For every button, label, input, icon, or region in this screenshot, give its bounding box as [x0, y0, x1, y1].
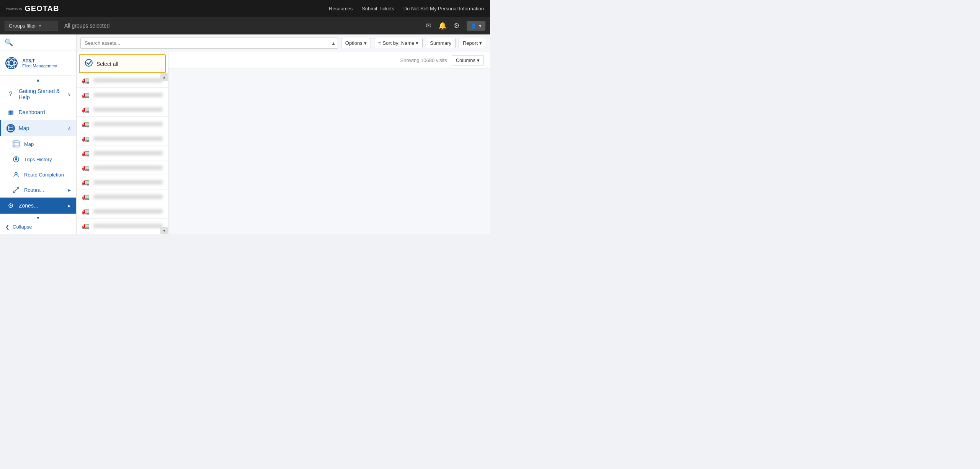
bell-icon[interactable]: 🔔 [438, 21, 447, 30]
report-chevron-icon: ▾ [479, 40, 482, 46]
list-item[interactable]: 🚛 [77, 102, 168, 117]
list-item[interactable]: 🚛 [77, 219, 168, 233]
asset-name-6 [93, 151, 163, 155]
sidebar-item-routes[interactable]: Routes... ▶ [0, 182, 76, 198]
options-button[interactable]: Options ▾ [341, 38, 371, 48]
sidebar-item-trips-history[interactable]: Trips History [0, 152, 76, 167]
sidebar-scroll-up-button[interactable]: ▲ [0, 76, 76, 84]
route-completion-label: Route Completion [24, 172, 64, 178]
svg-rect-4 [8, 126, 13, 131]
do-not-sell-link[interactable]: Do Not Sell My Personal Information [403, 6, 484, 11]
truck-icon: 🚛 [82, 222, 90, 229]
sort-chevron-icon: ▾ [416, 40, 418, 46]
list-item[interactable]: 🚛 [77, 160, 168, 175]
list-item[interactable]: 🚛 [77, 233, 168, 234]
asset-name-7 [93, 165, 163, 170]
options-chevron-icon: ▾ [364, 40, 367, 46]
sidebar-header: AT&T Fleet Management [0, 51, 76, 76]
groups-filter-button[interactable]: Groups filter ▾ [5, 21, 58, 31]
main-layout: 🔍 AT&T Fleet Management ▲ [0, 34, 490, 234]
asset-name-2 [93, 93, 163, 97]
truck-icon: 🚛 [82, 178, 90, 186]
map-sub-label: Map [24, 141, 34, 147]
sidebar-item-getting-started[interactable]: ? Getting Started & Help ∨ [0, 84, 76, 104]
gear-icon[interactable]: ⚙ [454, 21, 460, 30]
collapse-button[interactable]: ❮ Collapse [0, 219, 76, 234]
search-input[interactable] [80, 38, 338, 49]
asset-name-10 [93, 209, 163, 214]
search-icon[interactable]: 🔍 [5, 38, 13, 47]
list-item[interactable]: 🚛 [77, 117, 168, 131]
list-item[interactable]: 🚛 [77, 190, 168, 204]
select-all-checkmark-icon [85, 59, 93, 69]
mail-icon[interactable]: ✉ [426, 21, 431, 30]
sidebar-item-map[interactable]: Map [0, 136, 76, 152]
powered-by-text: Powered by [6, 7, 22, 10]
truck-icon: 🚛 [82, 120, 90, 127]
sort-label: Sort by: Name [382, 40, 414, 46]
map-parent-label: Map [19, 125, 29, 131]
search-scroll-up-button[interactable]: ▲ [330, 40, 337, 47]
main-content-header: Showing 10680 visits Columns ▾ [168, 52, 490, 69]
svg-point-9 [15, 172, 17, 175]
truck-icon: 🚛 [82, 208, 90, 215]
map-chevron-icon: ∧ [68, 126, 71, 131]
list-item[interactable]: 🚛 [77, 146, 168, 160]
asset-name-5 [93, 136, 163, 141]
sidebar: 🔍 AT&T Fleet Management ▲ [0, 34, 77, 234]
routes-arrow-icon: ▶ [68, 188, 71, 192]
asset-scroll-up-button[interactable]: ▲ [160, 73, 168, 81]
asset-name-8 [93, 180, 163, 185]
summary-button[interactable]: Summary [426, 38, 456, 48]
sort-button[interactable]: ≡ Sort by: Name ▾ [374, 38, 423, 48]
getting-started-label: Getting Started & Help [19, 88, 68, 100]
user-chevron-icon: ▾ [479, 23, 482, 29]
list-item[interactable]: 🚛 [77, 88, 168, 102]
asset-list: ▲ 🚛 🚛 🚛 🚛 [77, 73, 168, 234]
list-item[interactable]: 🚛 [77, 73, 168, 88]
sidebar-item-dashboard[interactable]: ▦ Dashboard [0, 104, 76, 120]
user-icon: 👤 [470, 23, 477, 29]
collapse-label: Collapse [13, 224, 32, 230]
sidebar-item-route-completion[interactable]: Route Completion [0, 167, 76, 182]
columns-chevron-icon: ▾ [477, 57, 480, 63]
sidebar-scroll-down-button[interactable]: ▼ [0, 214, 76, 219]
groups-filter-chevron-icon: ▾ [39, 24, 41, 28]
list-item[interactable]: 🚛 [77, 131, 168, 146]
all-groups-text: All groups selected [64, 23, 109, 29]
top-nav-links: Resources Submit Tickets Do Not Sell My … [329, 6, 484, 11]
list-item[interactable]: 🚛 [77, 204, 168, 219]
columns-label: Columns [456, 57, 475, 63]
groups-filter-label: Groups filter [9, 23, 36, 29]
zones-icon [7, 201, 15, 210]
routes-icon [12, 186, 20, 194]
resources-link[interactable]: Resources [329, 6, 353, 11]
brand-name-line2: Fleet Management [22, 64, 57, 69]
asset-name-11 [93, 224, 163, 228]
brand-info: AT&T Fleet Management [22, 58, 57, 69]
map-sub-icon [12, 140, 20, 148]
content-area: ▲ Options ▾ ≡ Sort by: Name ▾ Summary Re… [77, 34, 490, 234]
user-menu-button[interactable]: 👤 ▾ [467, 21, 485, 31]
trips-history-label: Trips History [24, 157, 52, 162]
zones-label: Zones... [19, 203, 38, 209]
search-container: ▲ [80, 38, 338, 49]
svg-rect-5 [13, 141, 19, 147]
sidebar-item-zones[interactable]: Zones... ▶ [0, 198, 76, 214]
svg-point-13 [10, 205, 11, 206]
svg-point-10 [13, 191, 15, 193]
submit-tickets-link[interactable]: Submit Tickets [362, 6, 394, 11]
sidebar-search-area: 🔍 [0, 34, 76, 51]
summary-label: Summary [430, 40, 451, 46]
list-item[interactable]: 🚛 [77, 175, 168, 190]
map-content-area [168, 69, 490, 234]
sort-icon: ≡ [378, 40, 381, 46]
select-all-item[interactable]: Select all [79, 54, 166, 73]
asset-scroll-down-button[interactable]: ▼ [160, 227, 168, 234]
asset-toolbar: ▲ Options ▾ ≡ Sort by: Name ▾ Summary Re… [77, 34, 490, 52]
truck-icon: 🚛 [82, 164, 90, 171]
columns-button[interactable]: Columns ▾ [452, 55, 484, 65]
sidebar-item-map-parent[interactable]: Map ∧ [0, 120, 76, 136]
report-button[interactable]: Report ▾ [459, 38, 486, 48]
svg-point-16 [85, 59, 92, 66]
